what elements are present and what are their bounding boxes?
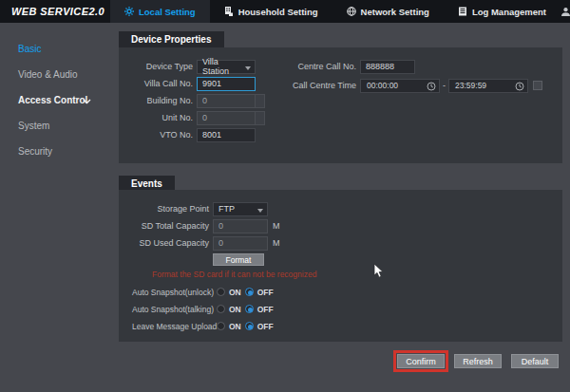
main-nav: Local Setting Household Setting Network … [110, 0, 560, 23]
dropdown-arrow-icon [257, 209, 263, 213]
sidebar-item-basic[interactable]: Basic [0, 36, 106, 62]
leave-message-upload-row: Leave Message Upload ON OFF [132, 320, 316, 332]
auto-snapshot-talking-label: Auto Snapshot(talking) [132, 305, 209, 314]
tab-log-management[interactable]: Log Management [444, 0, 560, 23]
leave-message-upload-label: Leave Message Upload [132, 322, 209, 331]
panel-title: Device Properties [131, 34, 212, 45]
building-no-input: 0 [197, 94, 256, 108]
network-icon [347, 7, 356, 16]
sd-used-capacity-input: 0 [213, 236, 268, 251]
vto-no-input[interactable]: 8001 [197, 128, 256, 142]
tab-household-setting[interactable]: Household Setting [210, 0, 332, 23]
sd-total-unit: M [273, 221, 280, 231]
sd-used-unit: M [273, 238, 280, 248]
call-centre-time-row: Call Centre Time 00:00:00 - 23:59:59 [266, 78, 542, 93]
centre-call-no-input[interactable]: 888888 [360, 60, 415, 74]
sd-used-capacity-row: SD Used Capacity 0 M [132, 235, 316, 251]
device-type-label: Device Type [132, 62, 193, 71]
sidebar-item-video-audio[interactable]: Video & Audio [0, 62, 106, 87]
log-icon [458, 7, 467, 16]
call-centre-time-label: Call Centre Time [266, 81, 356, 90]
web-service-window: WEB SERVICE2.0 Local Setting Household S… [0, 0, 570, 392]
sidebar: Basic Video & Audio Access Control Syste… [0, 23, 106, 392]
building-no-spinner [256, 94, 265, 108]
auto-snapshot-talking-row: Auto Snapshot(talking) ON OFF [132, 303, 316, 315]
sd-total-capacity-label: SD Total Capacity [132, 221, 209, 231]
storage-point-select[interactable]: FTP [213, 202, 268, 216]
leave-message-upload-on-radio[interactable] [217, 322, 225, 330]
events-panel: Storage Point FTP SD Total Capacity 0 M … [119, 190, 562, 342]
call-centre-time-end-input[interactable]: 23:59:59 [448, 79, 528, 93]
device-properties-tab: Device Properties [119, 31, 224, 47]
format-button[interactable]: Format [213, 253, 264, 266]
gear-icon [124, 7, 134, 16]
tab-local-setting[interactable]: Local Setting [110, 0, 210, 23]
header: WEB SERVICE2.0 Local Setting Household S… [0, 0, 570, 23]
auto-snapshot-talking-off-radio[interactable] [245, 305, 254, 313]
sidebar-item-system[interactable]: System [0, 113, 106, 139]
centre-call-no-label: Centre Call No. [266, 62, 356, 71]
unit-no-label: Unit No. [132, 113, 193, 122]
household-icon [224, 7, 234, 16]
storage-point-label: Storage Point [132, 204, 209, 214]
confirm-button[interactable]: Confirm [397, 354, 445, 368]
dropdown-arrow-icon [245, 66, 251, 70]
storage-point-row: Storage Point FTP [132, 201, 316, 216]
unit-no-spinner [256, 111, 265, 125]
call-centre-time-checkbox[interactable] [533, 81, 542, 90]
unit-no-input: 0 [197, 111, 256, 125]
sidebar-item-security[interactable]: Security [0, 139, 106, 164]
vto-no-row: VTO No. 8001 [132, 127, 265, 142]
auto-snapshot-unlock-label: Auto Snapshot(unlock) [132, 288, 209, 297]
device-type-select[interactable]: Villa Station [197, 60, 256, 74]
header-icons [560, 0, 570, 23]
clock-icon [427, 82, 436, 91]
sidebar-item-access-control[interactable]: Access Control [0, 87, 106, 113]
format-warning-text: Format the SD card if it can not be reco… [152, 270, 316, 281]
sd-used-capacity-label: SD Used Capacity [132, 238, 209, 248]
leave-message-upload-off-radio[interactable] [245, 322, 254, 330]
building-no-label: Building No. [132, 96, 193, 105]
villa-call-no-label: Villa Call No. [132, 79, 193, 88]
auto-snapshot-unlock-on-radio[interactable] [217, 288, 225, 296]
unit-no-row: Unit No. 0 [132, 110, 265, 125]
action-buttons: Confirm Refresh Default [397, 354, 559, 368]
sd-total-capacity-row: SD Total Capacity 0 M [132, 218, 316, 233]
villa-call-no-row: Villa Call No. 9901 [132, 76, 265, 91]
auto-snapshot-unlock-row: Auto Snapshot(unlock) ON OFF [132, 286, 316, 298]
auto-snapshot-talking-on-radio[interactable] [217, 305, 225, 313]
app-logo: WEB SERVICE2.0 [0, 0, 110, 23]
user-icon[interactable] [560, 7, 570, 17]
time-range-separator: - [443, 81, 446, 90]
default-button[interactable]: Default [511, 354, 559, 368]
device-properties-panel: Device Type Villa Station Villa Call No.… [119, 47, 562, 163]
auto-snapshot-unlock-off-radio[interactable] [245, 288, 254, 296]
chevron-down-icon [83, 96, 91, 106]
tab-network-setting[interactable]: Network Setting [332, 0, 444, 23]
device-type-row: Device Type Villa Station [132, 59, 265, 74]
building-no-row: Building No. 0 [132, 93, 265, 108]
call-centre-time-start-input[interactable]: 00:00:00 [360, 79, 440, 93]
villa-call-no-input[interactable]: 9901 [197, 77, 256, 91]
panel-title: Events [131, 178, 162, 189]
refresh-button[interactable]: Refresh [454, 354, 502, 368]
vto-no-label: VTO No. [132, 130, 193, 140]
sd-total-capacity-input: 0 [213, 219, 268, 233]
centre-call-no-row: Centre Call No. 888888 [266, 59, 542, 74]
clock-icon [515, 82, 524, 91]
